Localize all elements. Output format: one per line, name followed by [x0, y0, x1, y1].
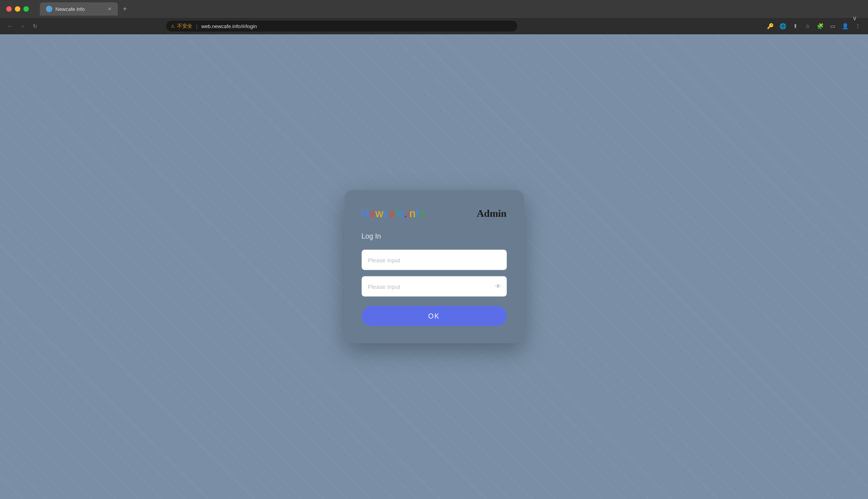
new-tab-button[interactable]: + [119, 4, 130, 14]
account-icon[interactable]: 👤 [840, 21, 851, 32]
card-header: Newcafe.info Admin [362, 207, 507, 220]
close-button[interactable] [6, 6, 12, 12]
login-card: Newcafe.info Admin Log In 👁 OK [344, 190, 524, 343]
back-button[interactable]: ← [5, 21, 16, 32]
sidebar-icon[interactable]: ▭ [827, 21, 838, 32]
password-input[interactable] [362, 276, 507, 297]
ok-button[interactable]: OK [362, 306, 507, 326]
logo-letter-N: N [362, 207, 369, 219]
show-password-icon[interactable]: 👁 [495, 283, 501, 290]
tab-title: Newcafe info [55, 6, 85, 12]
logo-letter-o: o [419, 207, 425, 219]
logo-letter-n: n [410, 207, 416, 219]
menu-icon[interactable]: ⋮ [852, 21, 863, 32]
admin-label: Admin [477, 208, 507, 219]
browser-titlebar: 🌐 Newcafe info ✕ + ∨ [0, 0, 868, 18]
logo-letter-e: e [369, 207, 376, 219]
tab-favicon: 🌐 [46, 6, 52, 12]
browser-chrome: 🌐 Newcafe info ✕ + ∨ ← → ↻ ⚠ 不安全 | web.n… [0, 0, 868, 34]
logo-letter-w: w [375, 207, 383, 219]
logo-letter-c: c [383, 207, 389, 219]
address-input-bar[interactable]: ⚠ 不安全 | web.newcafe.info/#/login [166, 21, 517, 32]
username-input[interactable] [362, 250, 507, 270]
key-icon[interactable]: 🔑 [765, 21, 776, 32]
reload-button[interactable]: ↻ [30, 21, 41, 32]
bookmark-icon[interactable]: ☆ [802, 21, 813, 32]
logo-letter-a: a [389, 207, 395, 219]
url-separator: | [196, 23, 197, 29]
toolbar-icons: 🔑 🌐 ⬆ ☆ 🧩 ▭ 👤 ⋮ [765, 21, 863, 32]
tab-close-icon[interactable]: ✕ [108, 6, 112, 12]
username-field-wrapper [362, 250, 507, 270]
tabs-menu-icon[interactable]: ∨ [852, 14, 857, 22]
security-label: 不安全 [177, 23, 192, 30]
forward-button[interactable]: → [17, 21, 28, 32]
nav-buttons: ← → ↻ [5, 21, 41, 32]
logo-letter-e2: e [398, 207, 404, 219]
maximize-button[interactable] [23, 6, 29, 12]
tab-bar: 🌐 Newcafe info ✕ + [40, 2, 852, 16]
minimize-button[interactable] [15, 6, 20, 12]
logo: Newcafe.info [362, 207, 425, 220]
logo-dot: . [404, 207, 407, 219]
traffic-lights [6, 6, 29, 12]
active-tab[interactable]: 🌐 Newcafe info ✕ [40, 2, 118, 16]
url-text: web.newcafe.info/#/login [201, 23, 257, 29]
password-field-wrapper: 👁 [362, 276, 507, 297]
extensions-icon[interactable]: 🧩 [815, 21, 826, 32]
share-icon[interactable]: ⬆ [790, 21, 801, 32]
address-bar: ← → ↻ ⚠ 不安全 | web.newcafe.info/#/login 🔑… [0, 18, 868, 34]
login-title: Log In [362, 232, 507, 241]
browser-content: Newcafe.info Admin Log In 👁 OK [0, 34, 868, 499]
security-warning-icon: ⚠ [171, 24, 175, 29]
translate-icon[interactable]: 🌐 [777, 21, 788, 32]
